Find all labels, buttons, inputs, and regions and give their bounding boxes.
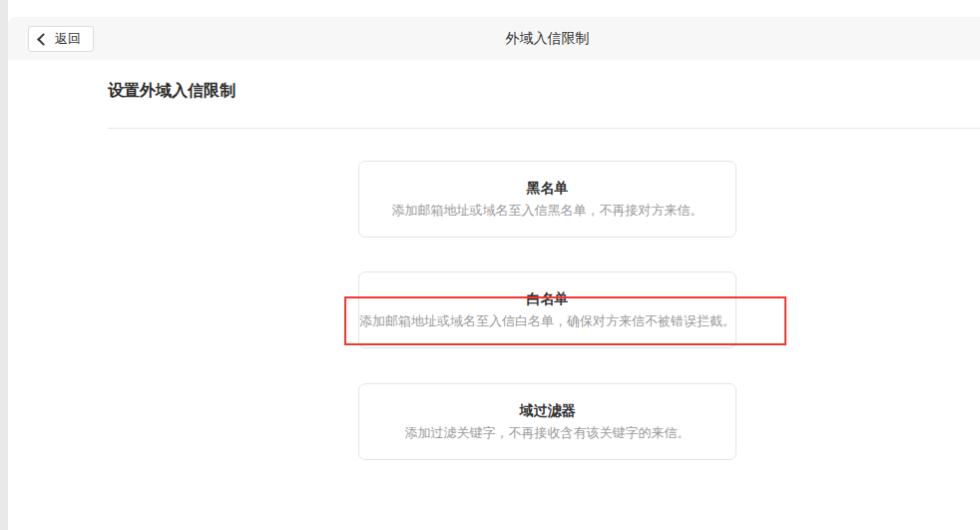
card-blacklist-title: 黑名单 xyxy=(359,178,735,198)
card-domain-filter-description: 添加过滤关键字，不再接收含有该关键字的来信。 xyxy=(359,423,735,443)
card-domain-filter-title: 域过滤器 xyxy=(359,400,735,420)
card-whitelist-title: 白名单 xyxy=(359,288,735,308)
card-domain-filter[interactable]: 域过滤器 添加过滤关键字，不再接收含有该关键字的来信。 xyxy=(358,383,736,460)
panel-header: 返回 外域入信限制 xyxy=(8,17,980,60)
card-blacklist[interactable]: 黑名单 添加邮箱地址或域名至入信黑名单，不再接对方来信。 xyxy=(358,161,736,238)
heading-divider xyxy=(108,128,980,129)
card-whitelist-description: 添加邮箱地址或域名至入信白名单，确保对方来信不被错误拦截。 xyxy=(359,311,735,331)
section-heading: 设置外域入信限制 xyxy=(108,81,236,101)
background-left-strip xyxy=(0,0,8,530)
card-blacklist-description: 添加邮箱地址或域名至入信黑名单，不再接对方来信。 xyxy=(359,201,735,221)
page-title: 外域入信限制 xyxy=(8,17,980,60)
card-whitelist[interactable]: 白名单 添加邮箱地址或域名至入信白名单，确保对方来信不被错误拦截。 xyxy=(358,271,736,348)
settings-panel: 返回 外域入信限制 设置外域入信限制 黑名单 添加邮箱地址或域名至入信黑名单，不… xyxy=(8,17,980,530)
